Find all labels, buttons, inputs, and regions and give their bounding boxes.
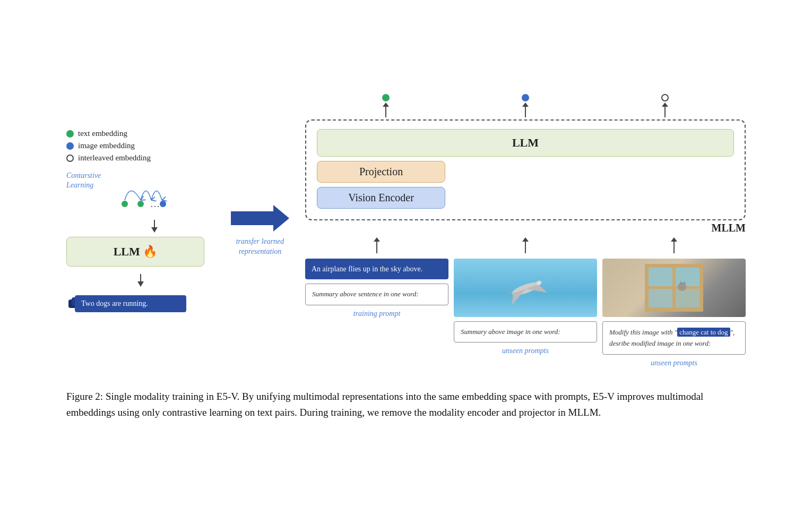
- llm-to-cards-arrow: [135, 274, 146, 287]
- window-svg: [642, 261, 706, 314]
- text-cards: Two dogs are running.: [66, 295, 204, 332]
- unseen-label-2: unseen prompts: [651, 359, 697, 367]
- big-arrow-svg: [231, 205, 289, 232]
- mllm-label: MLLM: [712, 222, 746, 234]
- left-llm-up-arrow: [149, 220, 160, 233]
- legend-interleaved-embedding-label: interleaved embedding: [78, 153, 151, 162]
- projection-label: Projection: [359, 166, 403, 177]
- blue-dot-icon: [66, 142, 74, 150]
- svg-marker-5: [151, 227, 158, 233]
- svg-marker-7: [137, 281, 144, 287]
- top-arrow-2: [521, 94, 530, 118]
- mllm-dashed-container: LLM Projection Vision Encoder: [305, 119, 746, 220]
- top-blue-dot: [522, 94, 529, 101]
- svg-point-3: [160, 201, 166, 207]
- svg-marker-26: [671, 237, 677, 242]
- bottom-col-3: Modify this image with "change cat to do…: [602, 237, 746, 368]
- unseen-label-1: unseen prompts: [502, 347, 549, 355]
- text-input-label: An airplane flies up in the sky above.: [312, 265, 422, 273]
- image-prompt-label: Summary above image in one word:: [461, 328, 560, 336]
- projection-box: Projection: [317, 161, 445, 183]
- legend-text-embedding-label: text embedding: [78, 129, 127, 138]
- airplane-image: [454, 259, 597, 317]
- right-panel: LLM Projection Vision Encoder: [305, 94, 746, 368]
- bottom-up-arrow-3: [670, 237, 678, 254]
- window-image: [602, 259, 746, 317]
- dashed-inner-right: [561, 161, 734, 165]
- legend-image-embedding: image embedding: [66, 141, 151, 150]
- legend-image-embedding-label: image embedding: [78, 141, 135, 150]
- airplane-bg: [454, 259, 597, 317]
- contrastive-label: Contarstive Learning: [66, 171, 119, 190]
- svg-point-1: [137, 201, 144, 207]
- bottom-col-1: An airplane flies up in the sky above. S…: [305, 237, 448, 318]
- big-arrow-area: transfer learnedrepresentation: [226, 205, 295, 256]
- legend: text embedding image embedding interleav…: [66, 129, 151, 162]
- top-arrow-up-2: [521, 102, 530, 118]
- legend-interleaved-embedding: interleaved embedding: [66, 153, 151, 162]
- svg-rect-31: [676, 289, 699, 307]
- vision-encoder-box: Vision Encoder: [317, 187, 445, 209]
- text-prompt-box: Summary above sentence in one word:: [305, 284, 448, 305]
- left-llm-label: LLM 🔥: [114, 245, 158, 258]
- text-input-card: An airplane flies up in the sky above.: [305, 259, 448, 280]
- modify-text-before: Modify this image with ": [609, 328, 677, 336]
- bottom-up-arrow-1: [373, 237, 381, 254]
- arrow-label: transfer learnedrepresentation: [236, 237, 284, 256]
- text-card-front: Two dogs are running.: [75, 295, 186, 312]
- svg-point-0: [122, 201, 128, 207]
- window-bg: [602, 259, 746, 317]
- svg-marker-13: [522, 102, 529, 107]
- figure-caption: Figure 2: Single modality training in E5…: [66, 389, 746, 420]
- svg-marker-17: [374, 237, 380, 242]
- left-llm-box: LLM 🔥: [66, 237, 204, 267]
- image-prompt-box: Summary above image in one word:: [454, 321, 597, 342]
- top-arrow-up-1: [382, 102, 390, 118]
- svg-marker-11: [383, 102, 389, 107]
- top-arrow-1: [382, 94, 390, 118]
- text-prompt-label: Summary above sentence in one word:: [312, 290, 419, 298]
- top-arrow-up-3: [661, 102, 669, 118]
- svg-rect-30: [649, 289, 672, 307]
- top-arrow-3: [661, 94, 669, 118]
- svg-text:…: …: [150, 199, 160, 209]
- dashed-inner-left: Projection Vision Encoder: [317, 161, 550, 209]
- text-card-label: Two dogs are running.: [81, 299, 148, 307]
- legend-text-embedding: text embedding: [66, 129, 151, 138]
- bottom-section: An airplane flies up in the sky above. S…: [305, 237, 746, 368]
- right-llm-label: LLM: [512, 136, 539, 149]
- airplane-svg: [496, 267, 555, 309]
- page-container: text embedding image embedding interleav…: [34, 73, 778, 441]
- svg-rect-29: [676, 268, 699, 286]
- top-green-dot: [382, 94, 390, 101]
- caption-text: Figure 2: Single modality training in E5…: [66, 391, 703, 417]
- training-prompt-label: training prompt: [353, 310, 401, 318]
- bottom-col-2: Summary above image in one word: unseen …: [454, 237, 597, 355]
- svg-rect-28: [649, 268, 672, 286]
- left-panel: text embedding image embedding interleav…: [66, 129, 215, 332]
- dashed-inner-cols: Projection Vision Encoder: [317, 161, 734, 209]
- highlight-change-cat: change cat to dog: [677, 328, 730, 337]
- green-dot-icon: [66, 130, 74, 138]
- outline-dot-icon: [66, 155, 74, 162]
- contrastive-area: Contarstive Learning: [66, 171, 204, 224]
- modified-prompt-box: Modify this image with "change cat to do…: [602, 321, 746, 355]
- contrastive-arrows-svg: …: [114, 171, 199, 213]
- svg-marker-15: [662, 102, 668, 107]
- right-llm-box: LLM: [317, 129, 734, 157]
- vision-encoder-label: Vision Encoder: [348, 192, 414, 203]
- top-outline-dot: [661, 94, 669, 101]
- svg-marker-9: [231, 205, 289, 232]
- top-arrows-row: [305, 94, 746, 118]
- bottom-up-arrow-2: [521, 237, 530, 254]
- svg-marker-19: [522, 237, 529, 242]
- diagram-area: text embedding image embedding interleav…: [66, 94, 746, 368]
